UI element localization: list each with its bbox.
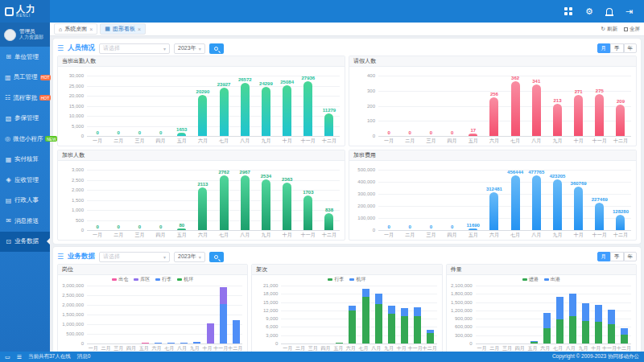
bar <box>574 95 583 136</box>
bar-segment-进港 <box>595 322 602 343</box>
bar-slot: 341 <box>526 76 547 136</box>
sidebar-item-label: 实付核算 <box>14 155 39 163</box>
y-tick-label: 400 <box>349 73 375 78</box>
bar-segment-出港 <box>595 305 602 321</box>
bar <box>511 81 520 136</box>
period-button-0[interactable]: 月 <box>597 43 611 53</box>
close-icon[interactable]: × <box>89 27 93 32</box>
year-select[interactable]: 2023年▾ <box>174 252 205 262</box>
tab-1[interactable]: ▦图形看板× <box>100 23 146 35</box>
hamburger-icon[interactable]: ☰ <box>57 253 64 261</box>
x-tick-label: 一月 <box>378 137 399 146</box>
y-tick-label: 1,500,000 <box>58 312 84 317</box>
x-tick-label: 十二月 <box>319 231 340 240</box>
message-count[interactable]: 消息0 <box>77 353 91 360</box>
menu-icon[interactable]: ☰ <box>17 354 22 360</box>
bar <box>469 134 477 136</box>
bar-slot <box>178 286 191 343</box>
chart-legend: 进港出港 <box>447 276 636 283</box>
notification-bell-icon[interactable] <box>606 8 613 14</box>
search-button[interactable] <box>209 43 224 54</box>
bar-slot <box>527 286 540 343</box>
bar-slot: 0 <box>420 170 441 230</box>
x-tick-label: 七月 <box>357 344 370 352</box>
x-tick-label: 四月 <box>514 344 526 352</box>
bars-container <box>87 286 242 343</box>
x-tick-label: 十一月 <box>213 344 228 352</box>
y-tick-label: 25,000 <box>58 84 84 88</box>
year-value: 2023年 <box>178 253 196 261</box>
settings-gear-icon[interactable]: ⚙ <box>585 7 593 16</box>
logout-icon[interactable]: ⇥ <box>625 7 633 16</box>
y-tick-label: 100,000 <box>349 216 375 220</box>
x-tick-label: 九月 <box>547 137 568 146</box>
y-tick-label: 0 <box>58 228 84 232</box>
stacked-bar <box>478 286 485 343</box>
sidebar-item-9[interactable]: ⊡业务数据 <box>0 232 50 253</box>
y-tick-label: 2,100,000 <box>447 283 473 288</box>
sidebar-item-4[interactable]: ◎微信小程序NEW <box>0 129 50 150</box>
sidebar-item-2[interactable]: ☷流程审批HOT <box>0 88 50 109</box>
charts-grid: 当班出勤人数30,00025,00020,00015,00010,0005,00… <box>57 56 637 241</box>
home-icon: ⌂ <box>59 27 62 32</box>
chart-title: 架次 <box>252 265 441 275</box>
chart-panel-leave: 请假人数400300200100000001725636234121327127… <box>349 56 637 146</box>
x-tick-label: 四月 <box>151 231 171 240</box>
user-panel[interactable]: 管理员 人力资源部 <box>0 23 50 47</box>
search-button[interactable] <box>209 252 224 262</box>
sidebar-item-0[interactable]: ⊞单位管理 <box>0 47 50 68</box>
bar-slot <box>592 286 605 343</box>
x-tick-label: 五月 <box>171 231 192 240</box>
bar-slot: 0 <box>129 76 150 136</box>
y-tick-label: 200 <box>349 104 375 109</box>
sidebar-item-6[interactable]: ◈应收管理 <box>0 170 50 191</box>
sidebar-item-5[interactable]: ▦实付核算 <box>0 150 50 171</box>
tab-0[interactable]: ⌂系统桌面× <box>54 23 97 35</box>
stacked-bar <box>155 286 162 343</box>
tab-label: 系统桌面 <box>64 25 87 33</box>
filter-select[interactable]: 请选择▾ <box>99 252 170 262</box>
legend-label: 出港 <box>551 276 560 283</box>
sidebar-item-7[interactable]: ▤行政人事 <box>0 191 50 212</box>
year-select[interactable]: 2023年▾ <box>174 43 205 54</box>
fullscreen-button[interactable]: 全屏 <box>624 26 640 33</box>
bar-segment-进港 <box>608 324 615 343</box>
bar-slot: 256 <box>484 76 505 136</box>
y-tick-label: 300,000 <box>447 333 473 338</box>
period-button-2[interactable]: 年 <box>624 252 638 261</box>
apps-grid-icon[interactable] <box>564 7 572 15</box>
period-button-0[interactable]: 月 <box>597 252 611 261</box>
bar-slot <box>385 286 398 343</box>
hamburger-icon[interactable]: ☰ <box>57 44 64 52</box>
sidebar-item-label: 流程审批 <box>13 94 37 102</box>
bars-container <box>476 286 631 343</box>
bar-value-label: 209 <box>617 99 625 104</box>
bar <box>283 85 291 136</box>
sidebar-item-3[interactable]: ▧参保管理 <box>0 109 50 130</box>
refresh-button[interactable]: ↻ 刷新 <box>601 26 617 33</box>
y-tick-label: 1,000,000 <box>58 322 84 327</box>
tab-label: 图形看板 <box>113 25 135 33</box>
period-button-2[interactable]: 年 <box>624 43 638 53</box>
bar <box>595 94 604 136</box>
bar <box>324 213 333 230</box>
legend-color-dot <box>177 278 182 282</box>
bar-segment-出港 <box>621 328 628 335</box>
period-button-1[interactable]: 季 <box>610 252 624 261</box>
bar-value-label: 17 <box>470 128 476 133</box>
period-button-1[interactable]: 季 <box>610 43 624 53</box>
bar <box>574 187 583 230</box>
legend-color-dot <box>134 278 138 282</box>
bar-segment-出港 <box>582 303 589 320</box>
bar-slot: 271 <box>568 76 589 136</box>
filter-select[interactable]: 请选择▾ <box>99 43 170 54</box>
sidebar-item-1[interactable]: ▥员工管理HOT <box>0 68 50 88</box>
x-tick-label: 九月 <box>255 231 276 240</box>
x-tick-label: 六月 <box>192 231 213 240</box>
bar-segment-行李 <box>155 343 162 343</box>
sidebar-item-8[interactable]: ✉消息推送 <box>0 211 50 232</box>
bar-slot: 312481 <box>484 170 505 230</box>
close-icon[interactable]: × <box>138 27 141 32</box>
x-tick-label: 七月 <box>505 137 526 146</box>
stacked-bar <box>207 286 214 343</box>
